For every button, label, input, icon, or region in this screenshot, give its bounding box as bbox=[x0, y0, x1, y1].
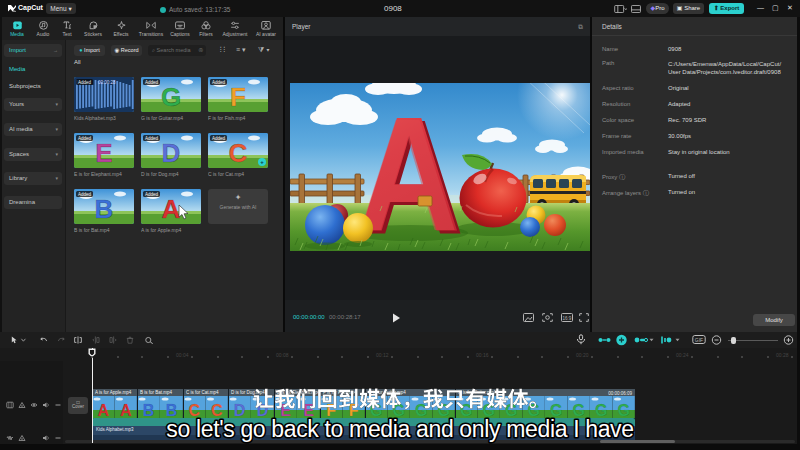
svg-text:E: E bbox=[280, 402, 291, 419]
svg-text:G: G bbox=[392, 402, 404, 419]
svg-text:F: F bbox=[230, 82, 246, 112]
svg-text:C: C bbox=[188, 402, 200, 419]
svg-text:G: G bbox=[505, 402, 517, 419]
svg-text:G: G bbox=[161, 82, 181, 112]
svg-text:F: F bbox=[349, 402, 359, 419]
svg-text:G: G bbox=[550, 402, 562, 419]
svg-text:G: G bbox=[460, 402, 472, 419]
svg-text:GIF: GIF bbox=[695, 337, 703, 343]
svg-text:G: G bbox=[595, 402, 607, 419]
svg-text:C: C bbox=[211, 402, 223, 419]
svg-text:G: G bbox=[437, 402, 449, 419]
svg-text:00:00:06:09: 00:00:06:09 bbox=[608, 391, 632, 396]
svg-text:C: C bbox=[229, 138, 248, 168]
svg-text:16:9: 16:9 bbox=[563, 316, 572, 321]
svg-text:G: G bbox=[370, 402, 382, 419]
svg-text:A: A bbox=[97, 402, 109, 419]
svg-text:B: B bbox=[143, 402, 155, 419]
svg-text:D: D bbox=[162, 138, 181, 168]
svg-text:B: B bbox=[95, 194, 114, 224]
svg-text:D: D bbox=[234, 402, 246, 419]
svg-text:A: A bbox=[120, 402, 132, 419]
svg-text:D: D bbox=[257, 402, 269, 419]
svg-text:G: G bbox=[617, 402, 629, 419]
svg-text:G: G bbox=[415, 402, 427, 419]
svg-text:B: B bbox=[166, 402, 178, 419]
svg-text:F: F bbox=[326, 402, 336, 419]
svg-text:E: E bbox=[95, 138, 112, 168]
svg-text:G: G bbox=[482, 402, 494, 419]
svg-text:G: G bbox=[527, 402, 539, 419]
svg-text:G: G bbox=[572, 402, 584, 419]
svg-text:E: E bbox=[303, 402, 314, 419]
